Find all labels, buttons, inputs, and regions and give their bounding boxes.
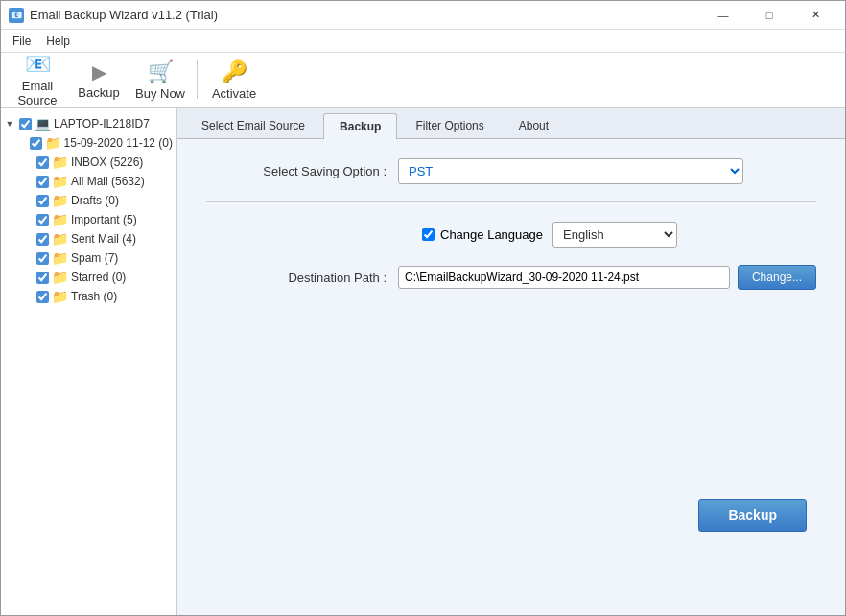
title-bar: 📧 Email Backup Wizard v11.2 (Trial) — □ … (1, 1, 845, 30)
tree-label-2: All Mail (5632) (71, 175, 145, 188)
tab-about[interactable]: About (503, 112, 565, 138)
tree-label-3: Drafts (0) (71, 194, 119, 207)
activate-icon: 🔑 (222, 59, 247, 84)
folder-icon-1: 📁 (52, 154, 68, 170)
tree-checkbox-1[interactable] (36, 156, 49, 169)
tree-label-6: Spam (7) (71, 251, 118, 265)
tree-children: 📁 15-09-2020 11-12 (0) 📁 INBOX (5226) 📁 … (1, 133, 176, 306)
tree-toggle-2 (20, 175, 34, 188)
tree-label-1: INBOX (5226) (71, 155, 143, 169)
tree-child-4[interactable]: 📁 Important (5) (16, 210, 176, 229)
main-window: 📧 Email Backup Wizard v11.2 (Trial) — □ … (0, 0, 846, 616)
menu-bar: File Help (1, 30, 845, 53)
divider-1 (206, 201, 816, 202)
tree-root-node[interactable]: ▼ 💻 LAPTOP-IL218ID7 (1, 114, 176, 133)
destination-input[interactable] (398, 266, 730, 289)
destination-label: Destination Path : (206, 271, 398, 285)
minimize-button[interactable]: — (701, 1, 745, 30)
backup-button[interactable]: Backup (698, 499, 807, 532)
toolbar-separator (197, 60, 198, 99)
tree-child-3[interactable]: 📁 Drafts (0) (16, 191, 176, 210)
title-bar-controls: — □ ✕ (701, 1, 837, 30)
folder-icon-8: 📁 (52, 289, 68, 304)
folder-icon-7: 📁 (52, 270, 68, 285)
change-language-text: Change Language (440, 227, 543, 242)
tree-child-5[interactable]: 📁 Sent Mail (4) (16, 229, 176, 249)
close-button[interactable]: ✕ (793, 1, 837, 30)
saving-option-control: PST EML MSG MBOX PDF (398, 158, 743, 184)
saving-option-label: Select Saving Option : (206, 164, 398, 178)
toolbar: 📧 Email Source ▶ Backup 🛒 Buy Now 🔑 Acti… (1, 53, 845, 108)
tree-toggle-3 (20, 194, 34, 207)
email-source-icon: 📧 (25, 52, 51, 77)
toolbar-buy-now[interactable]: 🛒 Buy Now (131, 56, 189, 104)
tabs: Select Email Source Backup Filter Option… (177, 108, 845, 139)
tree-child-6[interactable]: 📁 Spam (7) (16, 249, 176, 268)
language-select[interactable]: English French German Spanish (552, 222, 677, 248)
toolbar-backup-label: Backup (78, 85, 119, 100)
toolbar-buy-now-label: Buy Now (135, 86, 185, 101)
tree-checkbox-0[interactable] (30, 137, 42, 150)
tree-label-5: Sent Mail (4) (71, 232, 136, 246)
tree-label-4: Important (5) (71, 213, 137, 226)
main-area: ▼ 💻 LAPTOP-IL218ID7 📁 15-09-2020 11-12 (… (1, 108, 845, 615)
tree-toggle-7 (20, 271, 34, 284)
tree-root: ▼ 💻 LAPTOP-IL218ID7 📁 15-09-2020 11-12 (… (1, 112, 176, 308)
tree-child-8[interactable]: 📁 Trash (0) (16, 287, 176, 306)
tree-checkbox-root[interactable] (19, 118, 32, 130)
sidebar: ▼ 💻 LAPTOP-IL218ID7 📁 15-09-2020 11-12 (… (1, 108, 177, 615)
backup-icon: ▶ (92, 60, 106, 83)
tree-label-0: 15-09-2020 11-12 (0) (64, 136, 173, 150)
tree-toggle-5 (20, 232, 34, 246)
folder-icon-2: 📁 (52, 174, 68, 189)
tree-toggle-root[interactable]: ▼ (3, 117, 16, 130)
toolbar-email-source-label: Email Source (9, 79, 66, 107)
tree-child-2[interactable]: 📁 All Mail (5632) (16, 172, 176, 191)
saving-option-select[interactable]: PST EML MSG MBOX PDF (398, 158, 743, 184)
tab-backup[interactable]: Backup (323, 113, 397, 139)
toolbar-activate[interactable]: 🔑 Activate (205, 56, 263, 104)
toolbar-email-source[interactable]: 📧 Email Source (9, 56, 66, 104)
backup-btn-row: Backup (206, 307, 816, 532)
laptop-icon: 💻 (35, 116, 51, 131)
backup-tab-content: Select Saving Option : PST EML MSG MBOX … (177, 139, 845, 615)
tree-checkbox-4[interactable] (36, 214, 49, 226)
destination-path-row: Destination Path : Change... (206, 265, 816, 290)
tree-label-8: Trash (0) (71, 290, 117, 303)
tree-label-7: Starred (0) (71, 271, 126, 284)
folder-icon-5: 📁 (52, 231, 68, 247)
tree-toggle-8 (20, 290, 34, 303)
tree-checkbox-5[interactable] (36, 233, 49, 246)
tree-toggle-6 (20, 251, 34, 265)
title-bar-left: 📧 Email Backup Wizard v11.2 (Trial) (9, 8, 218, 23)
tree-toggle-4 (20, 213, 34, 226)
tree-checkbox-8[interactable] (36, 291, 49, 303)
tree-child-1[interactable]: 📁 INBOX (5226) (16, 153, 176, 172)
change-language-row: Change Language English French German Sp… (283, 222, 816, 248)
toolbar-activate-label: Activate (212, 86, 256, 101)
toolbar-backup[interactable]: ▶ Backup (70, 56, 128, 104)
app-icon: 📧 (9, 8, 24, 23)
tree-root-label: LAPTOP-IL218ID7 (54, 117, 150, 130)
menu-file[interactable]: File (5, 33, 38, 50)
content-area: Select Email Source Backup Filter Option… (177, 108, 845, 615)
window-title: Email Backup Wizard v11.2 (Trial) (30, 8, 218, 22)
tree-toggle-1 (20, 155, 34, 169)
tree-checkbox-2[interactable] (36, 176, 49, 188)
folder-icon-3: 📁 (52, 193, 68, 208)
tree-checkbox-6[interactable] (36, 252, 49, 265)
maximize-button[interactable]: □ (747, 1, 791, 30)
change-language-label: Change Language (422, 227, 543, 242)
folder-icon-0: 📁 (45, 135, 61, 151)
tree-checkbox-3[interactable] (36, 195, 49, 207)
menu-help[interactable]: Help (38, 33, 78, 50)
change-language-checkbox[interactable] (422, 228, 435, 241)
tab-select-email-source[interactable]: Select Email Source (185, 112, 321, 138)
change-button[interactable]: Change... (738, 265, 816, 290)
tree-toggle-0 (20, 136, 27, 150)
folder-icon-6: 📁 (52, 250, 68, 266)
tree-child-0[interactable]: 📁 15-09-2020 11-12 (0) (16, 133, 176, 153)
tree-child-7[interactable]: 📁 Starred (0) (16, 268, 176, 287)
tab-filter-options[interactable]: Filter Options (399, 112, 500, 138)
tree-checkbox-7[interactable] (36, 272, 49, 284)
